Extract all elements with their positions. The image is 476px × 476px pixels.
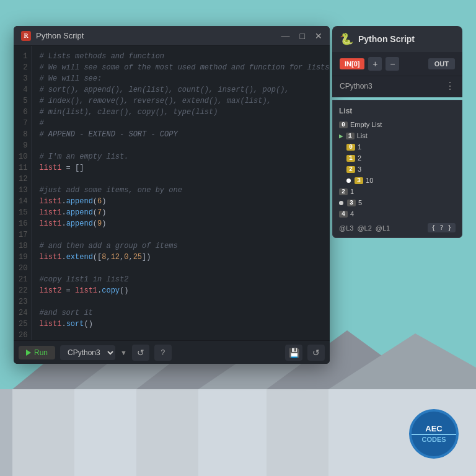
expand-arrow[interactable]: ▶ — [339, 132, 343, 140]
port-minus-button[interactable]: − — [386, 57, 399, 71]
editor-app-icon: R — [21, 31, 31, 41]
list-panel: List 0 Empty List ▶ 1 List 0 1 1 2 2 3 3… — [332, 100, 462, 238]
list-sub-item: 2 3 — [333, 164, 462, 175]
run-button[interactable]: Run — [19, 346, 55, 359]
code-line: # index(), remove(), reverse(), extend()… — [39, 95, 322, 107]
list-item: 3 5 — [333, 197, 462, 208]
list-item: 2 1 — [333, 186, 462, 197]
code-line — [39, 140, 322, 151]
footer-labels: @L3 @L2 @L1 — [339, 224, 390, 232]
code-line: # sort(), append(), len(list), count(), … — [39, 84, 322, 95]
list-item-label: List — [357, 132, 368, 139]
list-dot — [346, 178, 351, 183]
list-sub-item: 1 2 — [333, 152, 462, 164]
code-line: list2 = list1.copy() — [39, 285, 322, 296]
list-item-label: 4 — [350, 210, 354, 218]
list-item-label: 5 — [358, 199, 362, 206]
list-index: 3 — [355, 177, 363, 184]
list-item-label: 10 — [366, 177, 373, 184]
help-icon: ? — [161, 348, 165, 357]
code-line: # — [39, 118, 322, 129]
port-in-label: IN[0] — [340, 58, 364, 69]
code-line: #copy list1 in list2 — [39, 274, 322, 285]
maximize-button[interactable]: □ — [300, 32, 305, 40]
code-line: # We will see some of the most used meth… — [39, 62, 322, 73]
save-icon: 💾 — [289, 348, 299, 358]
undo-button[interactable]: ↺ — [307, 345, 325, 361]
list-item: 0 Empty List — [333, 119, 462, 130]
code-line: # Lists methods and function — [39, 51, 322, 62]
editor-titlebar: R Python Script — □ ✕ — [14, 26, 330, 46]
code-line — [39, 330, 322, 340]
code-line: list1.append(7) — [39, 207, 322, 218]
more-options-button[interactable]: ⋮ — [445, 80, 455, 92]
save-button[interactable]: 💾 — [285, 345, 302, 361]
python-node-title: Python Script — [358, 34, 415, 44]
interpreter-label: CPython3 — [340, 82, 372, 90]
code-line — [39, 263, 322, 274]
code-line — [39, 296, 322, 307]
code-line: list1.extend([8,12,0,25]) — [39, 252, 322, 263]
refresh-icon: ↺ — [137, 348, 144, 358]
editor-title: Python Script — [36, 31, 281, 40]
code-line: #just add some items, one by one — [39, 185, 322, 196]
aec-logo: AEC CODES — [409, 409, 459, 459]
close-button[interactable]: ✕ — [315, 32, 322, 40]
port-out-label: OUT — [428, 58, 455, 69]
list-index: 2 — [346, 166, 355, 173]
node-ports: IN[0] + − OUT — [332, 52, 462, 76]
help-button[interactable]: ? — [154, 345, 172, 361]
code-line: # and then add a group of items — [39, 240, 322, 252]
editor-body: 1234567891011121314151617181920212223242… — [14, 46, 330, 340]
interpreter-row: CPython3 ⋮ — [332, 76, 462, 97]
code-line: # min(list), clear(), copy(), type(list) — [39, 107, 322, 118]
codes-text: CODES — [412, 434, 456, 443]
list-index: 2 — [339, 188, 348, 195]
refresh-button[interactable]: ↺ — [132, 345, 149, 361]
code-line — [39, 174, 322, 185]
list-sub-item: 3 10 — [333, 175, 462, 186]
interpreter-select[interactable]: CPython3 — [60, 345, 115, 360]
footer-label-l1: @L1 — [376, 224, 390, 232]
code-line: # APPEND - EXTEND - SORT - COPY — [39, 129, 322, 140]
list-index: 0 — [339, 121, 348, 128]
list-footer: @L3 @L2 @L1 { ? } — [333, 219, 462, 232]
port-add-button[interactable]: + — [368, 57, 382, 71]
minimize-button[interactable]: — — [281, 32, 290, 40]
editor-window-controls: — □ ✕ — [281, 32, 322, 40]
code-line: # I'm an empty list. — [39, 151, 322, 162]
play-icon — [26, 350, 31, 356]
footer-brace[interactable]: { ? } — [428, 223, 456, 232]
list-item-label: 3 — [358, 165, 361, 173]
list-index: 1 — [346, 155, 355, 162]
list-item-label: 2 — [358, 154, 361, 162]
right-panel: 🐍 Python Script IN[0] + − OUT CPython3 ⋮… — [332, 26, 462, 238]
list-index: 1 — [346, 133, 355, 139]
list-header: List — [333, 105, 462, 119]
footer-label-l2: @L2 — [357, 224, 371, 232]
list-item-label: 1 — [358, 143, 361, 151]
list-index: 3 — [347, 200, 356, 206]
code-line: list1.append(9) — [39, 218, 322, 229]
code-line: list1 = [] — [39, 162, 322, 174]
list-item-label: 1 — [350, 188, 354, 195]
list-index: 0 — [346, 144, 355, 151]
run-label: Run — [34, 348, 48, 357]
footer-label-l3: @L3 — [339, 224, 353, 232]
code-line: # We will see: — [39, 73, 322, 84]
aec-text: AEC — [425, 425, 442, 433]
list-item-label: Empty List — [350, 121, 382, 128]
editor-window: R Python Script — □ ✕ 123456789101112131… — [14, 26, 330, 364]
list-sub-item: 0 1 — [333, 141, 462, 152]
code-area[interactable]: # Lists methods and function# We will se… — [32, 46, 330, 340]
python-icon: 🐍 — [340, 32, 353, 46]
code-line — [39, 229, 322, 240]
editor-toolbar: Run CPython3 ▼ ↺ ? 💾 ↺ — [14, 340, 330, 364]
undo-icon: ↺ — [312, 348, 320, 358]
code-line: list1.sort() — [39, 319, 322, 330]
list-index: 4 — [339, 211, 348, 218]
list-dot — [339, 201, 343, 205]
list-item: 4 4 — [333, 208, 462, 219]
line-numbers: 1234567891011121314151617181920212223242… — [14, 46, 32, 340]
list-item: ▶ 1 List — [333, 130, 462, 141]
